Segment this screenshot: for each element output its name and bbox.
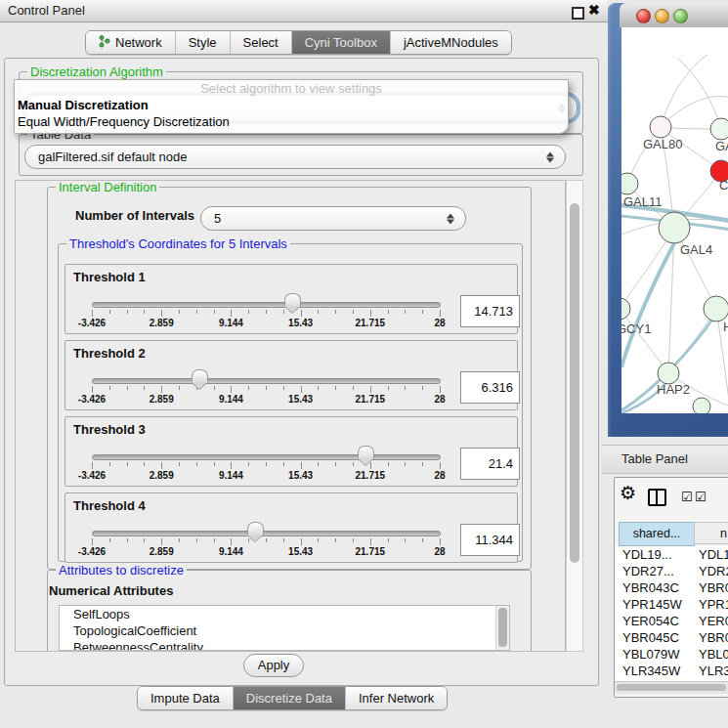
- tab-cyni-toolbox[interactable]: Cyni Toolbox: [292, 31, 391, 54]
- tab-select[interactable]: Select: [231, 31, 292, 54]
- attribute-list-item[interactable]: BetweennessCentrality: [60, 639, 509, 651]
- table-row[interactable]: YDL19...YDL1: [615, 546, 728, 563]
- settings-scrollbar[interactable]: [566, 180, 583, 652]
- table-horizontal-scrollbar[interactable]: [615, 681, 728, 694]
- tab-label: jActiveMNodules: [404, 35, 498, 50]
- tick-label: 2.859: [150, 546, 174, 557]
- network-window-titlebar[interactable]: [620, 3, 728, 28]
- table-row[interactable]: YLR345WYLR3: [615, 663, 728, 679]
- tab-discretize-data[interactable]: Discretize Data: [234, 687, 346, 709]
- dropdown-hint: Select algorithm to view settings: [15, 80, 568, 97]
- scrollbar-thumb[interactable]: [617, 684, 726, 691]
- slider-ticks: -3.4262.8599.14415.4321.71528: [92, 310, 440, 335]
- attribute-list-item[interactable]: SelfLoops: [60, 606, 509, 622]
- gear-icon[interactable]: ⚙: [620, 484, 636, 502]
- tick-label: 2.859: [150, 470, 174, 481]
- table-data-combobox[interactable]: galFiltered.sif default node: [24, 145, 566, 169]
- column-header-shared-name[interactable]: shared...: [619, 522, 695, 546]
- network-node[interactable]: [710, 118, 728, 140]
- table-row[interactable]: YPR145WYPR1: [615, 596, 728, 613]
- tick-label: 15.43: [288, 546, 313, 557]
- scrollbar-thumb[interactable]: [570, 203, 579, 563]
- threshold-value-field[interactable]: 21.4: [460, 448, 520, 480]
- slider-track[interactable]: [92, 531, 441, 536]
- split-column-icon[interactable]: [648, 489, 666, 506]
- table-row[interactable]: YDR27...YDR2: [615, 563, 728, 579]
- cell-shared-name: YLR345W: [622, 663, 680, 679]
- control-panel-titlebar: Control Panel ✖: [0, 0, 608, 22]
- network-graph: GAL80GACGAL11GAL4GCY1HHAP2: [621, 27, 728, 413]
- network-node[interactable]: [650, 116, 671, 138]
- num-intervals-value: 5: [214, 207, 221, 230]
- close-icon[interactable]: ✖: [588, 2, 600, 18]
- threshold-label: Threshold 1: [73, 270, 146, 284]
- table-row[interactable]: YBR045CYBR0: [615, 629, 728, 646]
- network-node[interactable]: [658, 363, 679, 384]
- slider-thumb[interactable]: [192, 369, 208, 383]
- tab-impute-data[interactable]: Impute Data: [138, 687, 234, 709]
- close-traffic-light-icon[interactable]: [636, 9, 651, 23]
- tab-jactivemnodules[interactable]: jActiveMNodules: [391, 31, 511, 54]
- dropdown-option-manual[interactable]: Manual Discretization: [15, 97, 568, 113]
- attribute-list-item[interactable]: TopologicalCoefficient: [60, 622, 509, 639]
- apply-button[interactable]: Apply: [243, 654, 304, 677]
- tab-label: Impute Data: [150, 691, 220, 706]
- combo-arrows-icon: [546, 151, 554, 162]
- slider-track[interactable]: [92, 302, 441, 308]
- threshold-value-field[interactable]: 11.344: [460, 524, 520, 556]
- threshold-slider[interactable]: -3.4262.8599.14415.4321.71528: [92, 297, 440, 332]
- attributes-group-title: Attributes to discretize: [56, 563, 187, 578]
- threshold-slider[interactable]: -3.4262.8599.14415.4321.71528: [92, 526, 440, 561]
- network-node[interactable]: [621, 173, 638, 194]
- bottom-tab-bar: Impute DataDiscretize DataInfer Network: [137, 686, 448, 710]
- threshold-row: Threshold 4-3.4262.8599.14415.4321.71528…: [64, 492, 518, 563]
- network-node[interactable]: [704, 296, 728, 321]
- network-node[interactable]: [693, 398, 710, 413]
- dropdown-option-equal-width[interactable]: Equal Width/Frequency Discretization: [15, 113, 568, 130]
- float-window-icon[interactable]: [572, 7, 584, 20]
- cell-shared-name: YER054C: [622, 613, 679, 629]
- checkbox-icon[interactable]: ☑: [695, 491, 707, 503]
- tick-label: -3.426: [78, 318, 106, 328]
- node-label: GAL4: [680, 242, 712, 257]
- threshold-value-field[interactable]: 14.713: [460, 295, 520, 327]
- threshold-slider[interactable]: -3.4262.8599.14415.4321.71528: [92, 450, 440, 485]
- node-label: GAL11: [623, 194, 663, 209]
- tab-infer-network[interactable]: Infer Network: [346, 687, 447, 709]
- table-row[interactable]: YBR043CYBR0: [615, 579, 728, 596]
- cell-shared-name: YDL19...: [622, 546, 672, 563]
- num-intervals-spinner[interactable]: 5: [200, 206, 466, 231]
- table-row[interactable]: YER054CYER0: [615, 613, 728, 629]
- tab-style[interactable]: Style: [176, 31, 231, 54]
- table-data-value: galFiltered.sif default node: [38, 146, 187, 168]
- zoom-traffic-light-icon[interactable]: [673, 9, 688, 23]
- minimize-traffic-light-icon[interactable]: [655, 9, 669, 23]
- interval-definition-title: Interval Definition: [56, 180, 159, 194]
- attributes-scrollbar[interactable]: [495, 606, 509, 650]
- slider-track[interactable]: [92, 378, 441, 384]
- cell-name: YLR3: [699, 663, 728, 679]
- slider-thumb[interactable]: [247, 522, 264, 535]
- threshold-slider[interactable]: -3.4262.8599.14415.4321.71528: [92, 373, 440, 408]
- table-panel-title: Table Panel: [621, 446, 688, 473]
- network-node[interactable]: [659, 212, 690, 243]
- tick-label: 15.43: [288, 470, 313, 481]
- threshold-label: Threshold 4: [73, 498, 146, 513]
- tick-label: 9.144: [219, 546, 243, 557]
- column-header-name[interactable]: n: [694, 522, 728, 544]
- checkbox-icon[interactable]: ☑: [681, 491, 693, 503]
- numerical-attributes-list[interactable]: SelfLoopsTopologicalCoefficientBetweenne…: [59, 605, 510, 651]
- network-view-window[interactable]: GAL80GACGAL11GAL4GCY1HHAP2: [608, 3, 728, 437]
- table-row[interactable]: YBL079WYBL0: [615, 646, 728, 663]
- threshold-value-field[interactable]: 6.316: [460, 371, 520, 404]
- node-label: GAL80: [643, 137, 682, 151]
- slider-thumb[interactable]: [358, 446, 374, 459]
- network-canvas[interactable]: GAL80GACGAL11GAL4GCY1HHAP2: [621, 27, 728, 413]
- cell-shared-name: YPR145W: [622, 596, 682, 613]
- tab-network[interactable]: Network: [86, 31, 176, 54]
- slider-track[interactable]: [92, 454, 441, 460]
- network-node[interactable]: [621, 298, 630, 320]
- slider-thumb[interactable]: [284, 293, 301, 307]
- slider-ticks: -3.4262.8599.14415.4321.71528: [92, 386, 440, 411]
- cell-name: YDR2: [699, 563, 728, 579]
